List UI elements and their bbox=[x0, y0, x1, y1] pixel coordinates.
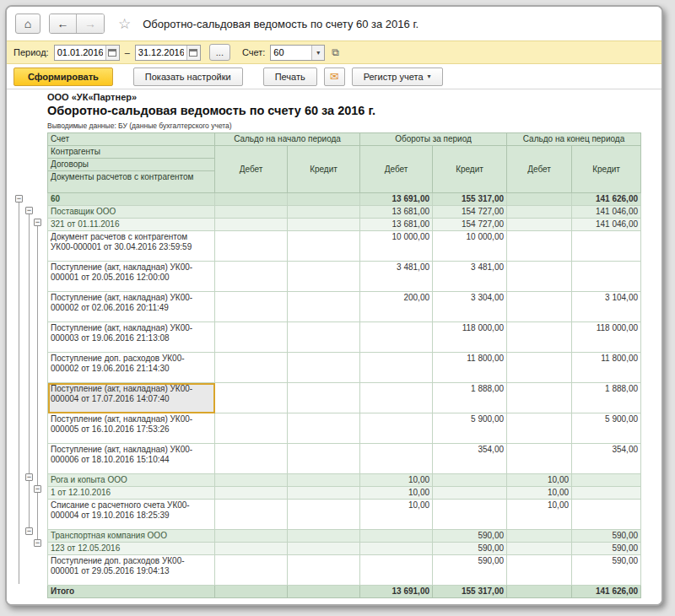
amount-cell[interactable] bbox=[507, 219, 572, 231]
header-turnover-credit[interactable]: Кредит bbox=[433, 146, 507, 193]
amount-cell[interactable]: 154 727,00 bbox=[433, 206, 507, 219]
amount-cell[interactable] bbox=[215, 555, 288, 586]
amount-cell[interactable]: 10,00 bbox=[507, 500, 572, 530]
collapse-button[interactable]: − bbox=[34, 219, 41, 226]
amount-cell[interactable] bbox=[360, 413, 433, 444]
amount-cell[interactable] bbox=[215, 322, 288, 353]
amount-cell[interactable] bbox=[215, 586, 288, 598]
mail-button[interactable]: ✉ bbox=[324, 68, 345, 86]
row-label-cell[interactable]: Рога и копыта ООО bbox=[48, 474, 215, 487]
amount-cell[interactable] bbox=[507, 322, 572, 353]
amount-cell[interactable]: 3 304,00 bbox=[433, 292, 507, 322]
amount-cell[interactable]: 13 691,00 bbox=[360, 193, 433, 206]
amount-cell[interactable]: 590,00 bbox=[572, 543, 641, 555]
row-label-cell[interactable]: Поступление (акт, накладная) УК00-000003… bbox=[48, 322, 215, 353]
amount-cell[interactable] bbox=[507, 444, 572, 474]
home-button[interactable]: ⌂ bbox=[15, 14, 40, 34]
row-label-cell[interactable]: Итого bbox=[48, 586, 215, 598]
date-to-calendar-button[interactable] bbox=[186, 46, 200, 60]
amount-cell[interactable]: 13 691,00 bbox=[360, 586, 433, 598]
amount-cell[interactable] bbox=[572, 474, 641, 487]
amount-cell[interactable] bbox=[507, 353, 572, 383]
amount-cell[interactable] bbox=[507, 543, 572, 555]
collapse-button[interactable]: − bbox=[25, 527, 33, 535]
amount-cell[interactable] bbox=[360, 383, 433, 413]
amount-cell[interactable]: 10,00 bbox=[360, 500, 433, 530]
amount-cell[interactable]: 10 000,00 bbox=[360, 231, 433, 262]
row-label-cell[interactable]: 123 от 12.05.2016 bbox=[48, 543, 215, 555]
amount-cell[interactable] bbox=[215, 444, 288, 474]
amount-cell[interactable]: 3 481,00 bbox=[360, 262, 433, 292]
amount-cell[interactable]: 155 317,00 bbox=[433, 193, 507, 206]
print-button[interactable]: Печать bbox=[263, 68, 317, 86]
amount-cell[interactable]: 590,00 bbox=[572, 530, 641, 543]
period-options-button[interactable]: ... bbox=[209, 44, 230, 61]
amount-cell[interactable]: 10,00 bbox=[507, 487, 572, 500]
amount-cell[interactable] bbox=[572, 262, 641, 292]
amount-cell[interactable] bbox=[288, 555, 360, 586]
amount-cell[interactable]: 354,00 bbox=[433, 444, 507, 474]
amount-cell[interactable] bbox=[215, 262, 288, 292]
amount-cell[interactable]: 590,00 bbox=[572, 555, 641, 586]
collapse-button[interactable]: − bbox=[34, 539, 41, 547]
collapse-button[interactable]: − bbox=[25, 207, 33, 214]
amount-cell[interactable] bbox=[360, 555, 433, 586]
amount-cell[interactable]: 200,00 bbox=[360, 292, 433, 322]
amount-cell[interactable]: 118 000,00 bbox=[572, 322, 641, 353]
amount-cell[interactable] bbox=[288, 353, 360, 383]
row-label-cell[interactable]: 60 bbox=[48, 193, 215, 206]
row-label-cell[interactable]: Поступление доп. расходов УК00-000001 от… bbox=[48, 555, 215, 586]
amount-cell[interactable] bbox=[507, 292, 572, 322]
header-start-credit[interactable]: Кредит bbox=[288, 146, 360, 193]
amount-cell[interactable] bbox=[507, 530, 572, 543]
amount-cell[interactable] bbox=[215, 543, 288, 555]
amount-cell[interactable] bbox=[288, 292, 360, 322]
collapse-button[interactable]: − bbox=[34, 485, 41, 493]
header-settlement-docs[interactable]: Документы расчетов с контрагентом bbox=[48, 171, 215, 193]
collapse-button[interactable]: − bbox=[15, 195, 23, 203]
date-to-input[interactable] bbox=[136, 47, 186, 57]
amount-cell[interactable] bbox=[360, 322, 433, 353]
row-label-cell[interactable]: Поступление (акт, накладная) УК00-000005… bbox=[48, 413, 215, 444]
amount-cell[interactable] bbox=[215, 193, 288, 206]
header-account[interactable]: Счет bbox=[48, 133, 215, 146]
amount-cell[interactable] bbox=[360, 353, 433, 383]
amount-cell[interactable] bbox=[507, 555, 572, 586]
amount-cell[interactable] bbox=[507, 586, 572, 598]
account-dropdown-button[interactable]: ▾ bbox=[311, 46, 324, 60]
amount-cell[interactable]: 13 681,00 bbox=[360, 206, 433, 219]
header-start-debit[interactable]: Дебет bbox=[215, 146, 288, 193]
amount-cell[interactable] bbox=[288, 206, 360, 219]
amount-cell[interactable]: 141 046,00 bbox=[572, 219, 641, 231]
amount-cell[interactable]: 10 000,00 bbox=[433, 231, 507, 262]
amount-cell[interactable]: 11 800,00 bbox=[433, 353, 507, 383]
forward-button[interactable]: → bbox=[77, 14, 104, 33]
amount-cell[interactable]: 141 626,00 bbox=[572, 193, 641, 206]
amount-cell[interactable]: 354,00 bbox=[572, 444, 641, 474]
amount-cell[interactable] bbox=[288, 530, 360, 543]
amount-cell[interactable] bbox=[507, 193, 572, 206]
header-end-debit[interactable]: Дебет bbox=[507, 146, 572, 193]
back-button[interactable]: ← bbox=[50, 14, 77, 33]
collapse-button[interactable]: − bbox=[25, 473, 33, 481]
amount-cell[interactable]: 5 900,00 bbox=[572, 413, 641, 444]
amount-cell[interactable]: 1 888,00 bbox=[572, 383, 641, 413]
amount-cell[interactable] bbox=[288, 322, 360, 353]
favorite-star-icon[interactable]: ☆ bbox=[118, 15, 131, 33]
amount-cell[interactable]: 590,00 bbox=[433, 543, 507, 555]
amount-cell[interactable] bbox=[288, 383, 360, 413]
row-label-cell[interactable]: Списание с расчетного счета УК00-000004 … bbox=[48, 500, 215, 530]
amount-cell[interactable] bbox=[572, 487, 641, 500]
amount-cell[interactable]: 141 626,00 bbox=[572, 586, 641, 598]
amount-cell[interactable] bbox=[288, 219, 360, 231]
register-button[interactable]: Регистр учета ▾ bbox=[352, 68, 443, 86]
row-label-cell[interactable]: Транспортная компания ООО bbox=[48, 530, 215, 543]
amount-cell[interactable] bbox=[215, 530, 288, 543]
amount-cell[interactable] bbox=[288, 586, 360, 598]
row-label-cell[interactable]: Поступление (акт, накладная) УК00-000006… bbox=[48, 444, 215, 474]
amount-cell[interactable] bbox=[215, 353, 288, 383]
header-counterparties[interactable]: Контрагенты bbox=[48, 146, 215, 159]
amount-cell[interactable] bbox=[433, 500, 507, 530]
amount-cell[interactable] bbox=[288, 500, 360, 530]
header-end-balance[interactable]: Сальдо на конец периода bbox=[507, 133, 641, 146]
